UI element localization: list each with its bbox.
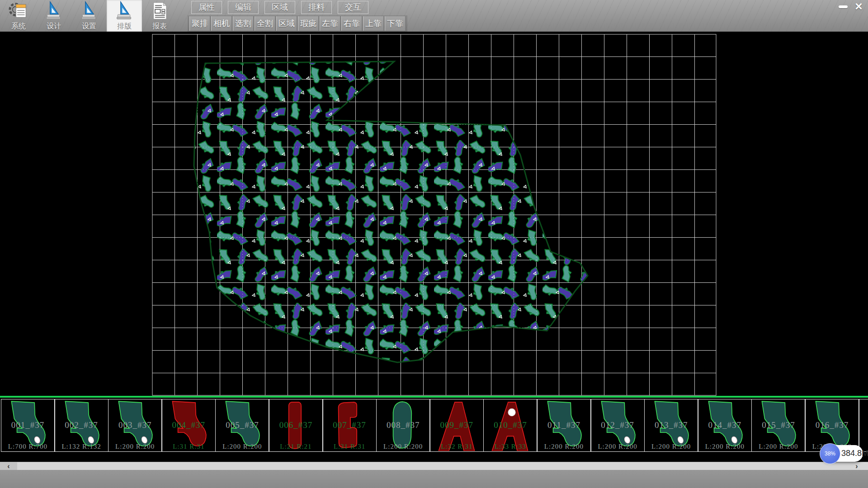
scroll-right-button[interactable]: › xyxy=(850,462,863,470)
app-mode-label: 设置 xyxy=(82,22,96,31)
tool-button-7[interactable]: 左靠 xyxy=(320,16,340,31)
pattern-thumbnail-13[interactable]: 013_#37L:200 R:200 xyxy=(644,399,698,452)
pattern-name: 010_#37 xyxy=(484,420,537,430)
tool-button-8[interactable]: 右靠 xyxy=(341,16,362,31)
tool-button-6[interactable]: 瑕疵 xyxy=(298,16,319,31)
tool-strip: 聚排相机选割全割区域瑕疵左靠右靠上靠下靠 xyxy=(188,15,407,32)
menu-tab-4[interactable]: 排料 xyxy=(301,1,332,14)
app-mode-5[interactable]: 报表 xyxy=(142,0,177,32)
pattern-name: 016_#37 xyxy=(806,420,859,430)
close-button[interactable]: ✕ xyxy=(851,1,866,12)
pattern-lr-count: L:21 R:21 xyxy=(269,443,322,450)
pattern-name: 007_#37 xyxy=(323,420,376,430)
pattern-name: 009_#37 xyxy=(430,420,483,430)
pattern-thumbnail-2[interactable]: 002_#37L:132 R:132 xyxy=(55,399,108,452)
pattern-thumbnail-15[interactable]: 015_#37L:200 R:200 xyxy=(751,399,805,452)
minimize-button[interactable] xyxy=(835,1,850,12)
pattern-lr-count: L:31 R:31 xyxy=(162,443,215,450)
tool-button-3[interactable]: 选割 xyxy=(233,16,254,31)
pattern-thumbnail-17[interactable] xyxy=(859,399,868,452)
tool-button-5[interactable]: 区域 xyxy=(276,16,297,31)
pattern-lr-count: L:132 R:132 xyxy=(55,443,108,450)
pattern-name: 008_#37 xyxy=(377,420,429,430)
pattern-thumbnail-9[interactable]: 009_#37L:32 R:31 xyxy=(430,399,484,452)
app-mode-3[interactable]: 设置 xyxy=(71,0,107,32)
menu-tab-3[interactable]: 区域 xyxy=(264,1,295,14)
pattern-name: 003_#37 xyxy=(108,420,161,430)
tool-button-10[interactable]: 下靠 xyxy=(385,16,406,31)
pattern-lr-count: L:200 R:200 xyxy=(216,443,269,450)
app-mode-4[interactable]: 排版 xyxy=(107,0,142,32)
pattern-name: 013_#37 xyxy=(645,420,698,430)
design-setsquare-icon xyxy=(45,0,63,22)
tool-button-1[interactable]: 聚排 xyxy=(189,16,210,31)
pattern-name: 015_#37 xyxy=(752,420,805,430)
pattern-thumbnail-7[interactable]: 007_#37L:31 R:31 xyxy=(323,399,377,452)
nesting-canvas[interactable] xyxy=(0,32,868,396)
pattern-lr-count: L:700 R:700 xyxy=(1,443,54,450)
menu-tab-5[interactable]: 交互 xyxy=(338,1,368,14)
progress-percent: 38% xyxy=(825,450,835,457)
app-mode-label: 设计 xyxy=(47,22,61,31)
app-mode-label: 排版 xyxy=(117,22,132,31)
pattern-lr-count: L:200 R:200 xyxy=(591,443,644,450)
tool-button-9[interactable]: 上靠 xyxy=(363,16,384,31)
progress-indicator: 38% 384.8M xyxy=(821,445,863,462)
pattern-name: 004_#37 xyxy=(162,420,215,430)
pattern-thumbnail-6[interactable]: 006_#37L:21 R:21 xyxy=(269,399,323,452)
app-mode-label: 系统 xyxy=(11,22,26,31)
pattern-thumbnail-1[interactable]: 001_#37L:700 R:700 xyxy=(1,399,55,452)
pattern-name: 011_#37 xyxy=(538,420,590,430)
pattern-thumbnail-12[interactable]: 012_#37L:200 R:200 xyxy=(591,399,645,452)
pattern-shape xyxy=(861,399,868,451)
minimize-icon xyxy=(839,5,848,8)
app-mode-1[interactable]: 系统 xyxy=(1,0,36,32)
pattern-name: 012_#37 xyxy=(591,420,644,430)
pattern-lr-count: L:33 R:33 xyxy=(484,443,537,450)
app-mode-label: 报表 xyxy=(152,22,167,31)
nesting-setsquare-icon xyxy=(115,0,133,22)
progress-circle: 38% xyxy=(820,443,840,464)
pattern-lr-count: L:200 R:200 xyxy=(377,443,429,450)
status-bar xyxy=(0,470,868,488)
pattern-thumbnail-4[interactable]: 004_#37L:31 R:31 xyxy=(162,399,216,452)
pattern-lr-count: L:31 R:31 xyxy=(323,443,376,450)
tool-button-4[interactable]: 全割 xyxy=(255,16,275,31)
pattern-thumbnail-10[interactable]: 010_#37L:33 R:33 xyxy=(483,399,537,452)
pattern-lr-count: L:200 R:200 xyxy=(752,443,805,450)
window-controls: ✕ xyxy=(835,1,866,12)
close-icon: ✕ xyxy=(854,2,863,12)
pattern-thumbnail-5[interactable]: 005_#37L:200 R:200 xyxy=(215,399,269,452)
pattern-name: 014_#37 xyxy=(698,420,751,430)
pattern-lr-count: L:200 R:200 xyxy=(698,443,751,450)
menu-tab-2[interactable]: 编辑 xyxy=(228,1,259,14)
pattern-panel: 001_#37L:700 R:700002_#37L:132 R:132003_… xyxy=(0,396,868,464)
pattern-name: 001_#37 xyxy=(1,420,54,430)
tool-button-2[interactable]: 相机 xyxy=(211,16,232,31)
horizontal-scrollbar[interactable]: ‹ › xyxy=(0,462,868,470)
report-document-icon xyxy=(151,0,169,22)
pattern-lr-count: L:32 R:31 xyxy=(430,443,483,450)
settings-setsquare-icon xyxy=(80,0,98,22)
app-mode-bar: 系统设计设置排版报表 xyxy=(1,0,177,32)
toolbar: 系统设计设置排版报表 属性编辑区域排料交互 聚排相机选割全割区域瑕疵左靠右靠上靠… xyxy=(0,0,868,33)
pattern-thumbnail-11[interactable]: 011_#37L:200 R:200 xyxy=(537,399,591,452)
pattern-name: 002_#37 xyxy=(55,420,108,430)
application-window: 系统设计设置排版报表 属性编辑区域排料交互 聚排相机选割全割区域瑕疵左靠右靠上靠… xyxy=(0,0,868,488)
pattern-name: 006_#37 xyxy=(269,420,322,430)
pattern-thumbnail-14[interactable]: 014_#37L:200 R:200 xyxy=(698,399,752,452)
pattern-thumbnail-8[interactable]: 008_#37L:200 R:200 xyxy=(376,399,430,452)
pattern-thumbnail-3[interactable]: 003_#37L:200 R:200 xyxy=(108,399,162,452)
scroll-left-button[interactable]: ‹ xyxy=(0,462,17,470)
system-gear-icon xyxy=(8,0,29,22)
pattern-lr-count: L:200 R:200 xyxy=(108,443,161,450)
app-mode-2[interactable]: 设计 xyxy=(36,0,71,32)
pattern-lr-count: L:200 R:200 xyxy=(538,443,590,450)
menu-bar: 属性编辑区域排料交互 xyxy=(191,1,374,14)
memory-usage: 384.8M xyxy=(841,445,868,462)
pattern-lr-count: L:200 R:200 xyxy=(645,443,698,450)
pattern-name: 005_#37 xyxy=(216,420,269,430)
menu-tab-1[interactable]: 属性 xyxy=(191,1,222,14)
